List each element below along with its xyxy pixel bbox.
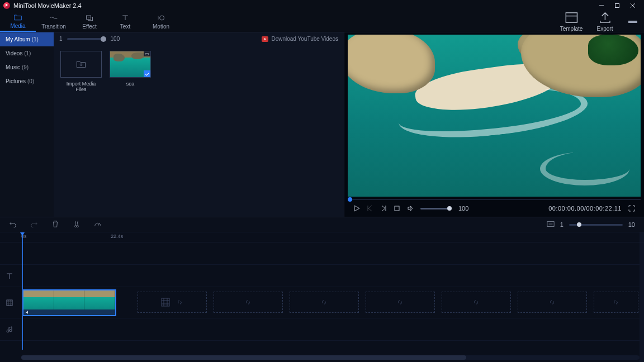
tab-media-label: Media (10, 23, 25, 29)
preview-seek-bar[interactable] (348, 198, 641, 201)
tab-text[interactable]: Text (107, 11, 143, 32)
next-frame-button[interactable] (380, 205, 387, 212)
media-panel: 1 100 Download YouTube Videos Import Med… (54, 32, 344, 217)
media-clip-label: sea (126, 81, 135, 87)
link-icon (548, 298, 556, 306)
svg-rect-9 (162, 298, 169, 306)
prev-frame-button[interactable] (367, 205, 373, 212)
timeline-ruler[interactable]: 0s 22.4s (0, 232, 644, 242)
empty-slot[interactable] (518, 292, 587, 313)
track-lane[interactable] (19, 242, 644, 264)
menu-button[interactable] (622, 11, 644, 32)
mute-button[interactable] (407, 205, 414, 212)
text-icon (121, 14, 130, 22)
main-toolbar: Media Transition Effect Text Motion Temp… (0, 11, 644, 32)
split-button[interactable] (73, 220, 80, 229)
sidebar-item-label: Videos (6, 50, 22, 56)
delete-button[interactable] (51, 220, 59, 229)
library-sidebar: My Album (1) Videos (1) Music (9) Pictur… (0, 32, 54, 217)
fit-timeline-button[interactable] (547, 220, 555, 229)
sidebar-item-videos[interactable]: Videos (1) (0, 46, 54, 60)
svg-rect-4 (566, 13, 577, 22)
app-logo-icon (3, 2, 10, 9)
timeline-zoom-slider[interactable] (569, 224, 623, 226)
timeline-zoom-min: 1 (560, 221, 564, 228)
tab-transition-label: Transition (41, 23, 66, 30)
sidebar-item-music[interactable]: Music (9) (0, 60, 54, 74)
empty-slot[interactable] (290, 292, 359, 313)
track-lane[interactable] (19, 265, 644, 287)
track-text (0, 265, 644, 287)
sidebar-item-label: Pictures (6, 78, 26, 84)
speaker-icon (407, 205, 414, 212)
window-close-button[interactable] (625, 0, 641, 11)
svg-rect-6 (395, 206, 399, 211)
svg-rect-0 (615, 4, 619, 8)
export-button[interactable]: Export (588, 11, 622, 32)
sidebar-item-pictures[interactable]: Pictures (0) (0, 74, 54, 88)
tab-motion[interactable]: Motion (143, 11, 179, 32)
link-icon (472, 298, 480, 306)
empty-slot[interactable] (442, 292, 511, 313)
thumb-zoom-slider[interactable] (67, 38, 106, 40)
media-clip-sea[interactable]: ▭ sea (110, 51, 151, 87)
tab-media[interactable]: Media (0, 11, 36, 32)
empty-slot[interactable] (594, 292, 638, 313)
volume-slider[interactable] (420, 208, 452, 209)
tab-effect-label: Effect (82, 23, 96, 30)
window-maximize-button[interactable] (609, 0, 625, 11)
preview-viewport[interactable] (348, 35, 641, 197)
play-button[interactable] (353, 205, 360, 212)
thumb-zoom-max: 100 (111, 36, 120, 42)
folder-download-icon (75, 59, 87, 70)
template-label: Template (560, 26, 583, 32)
import-media-card[interactable]: Import Media Files (60, 51, 102, 92)
track-lane[interactable] (19, 287, 644, 318)
import-media-label: Import Media Files (60, 81, 102, 92)
media-thumbnail[interactable]: ▭ (110, 51, 151, 78)
time-current: 00:00:00.00 (548, 205, 584, 212)
import-media-box[interactable] (60, 51, 102, 78)
tab-motion-label: Motion (153, 23, 169, 30)
hamburger-icon (628, 21, 637, 23)
timeline: 0s 22.4s (0, 232, 644, 362)
clip-audio-icon (25, 309, 31, 315)
redo-button[interactable] (30, 220, 38, 229)
empty-slot[interactable] (138, 292, 207, 313)
tab-effect[interactable]: Effect (72, 11, 107, 32)
link-icon (244, 298, 252, 306)
tab-transition[interactable]: Transition (36, 11, 72, 32)
effect-icon (85, 14, 94, 22)
template-icon (564, 11, 580, 24)
text-track-icon (0, 272, 19, 280)
sidebar-item-count: (1) (32, 36, 39, 42)
download-youtube-button[interactable]: Download YouTube Videos (262, 36, 338, 42)
fullscreen-button[interactable] (628, 205, 635, 212)
template-button[interactable]: Template (555, 11, 588, 32)
sidebar-item-my-album[interactable]: My Album (1) (0, 32, 54, 46)
link-icon (176, 298, 184, 306)
sidebar-item-label: Music (6, 64, 20, 70)
track-lane[interactable] (19, 318, 644, 340)
track-audio (0, 318, 644, 341)
preview-controls: 100 00:00:00.00/00:00:22.11 (348, 201, 641, 216)
track-video (0, 287, 644, 318)
window-minimize-button[interactable] (594, 0, 609, 11)
sidebar-item-count: (9) (22, 64, 29, 70)
undo-button[interactable] (9, 220, 17, 229)
tab-text-label: Text (120, 23, 130, 30)
speed-button[interactable] (94, 220, 102, 229)
video-track-icon (0, 299, 19, 307)
empty-slot[interactable] (366, 292, 435, 313)
timeline-scrollbar[interactable] (21, 355, 640, 360)
app-title: MiniTool MovieMaker 2.4 (13, 2, 82, 9)
preview-panel: 100 00:00:00.00/00:00:22.11 (344, 32, 644, 217)
stop-button[interactable] (394, 205, 400, 212)
video-clip-sea[interactable] (22, 289, 116, 316)
empty-slot[interactable] (214, 292, 283, 313)
motion-icon (157, 14, 165, 22)
preview-time: 00:00:00.00/00:00:22.11 (548, 205, 622, 212)
link-icon (396, 298, 404, 306)
sidebar-item-count: (0) (27, 78, 34, 84)
link-icon (320, 298, 328, 306)
